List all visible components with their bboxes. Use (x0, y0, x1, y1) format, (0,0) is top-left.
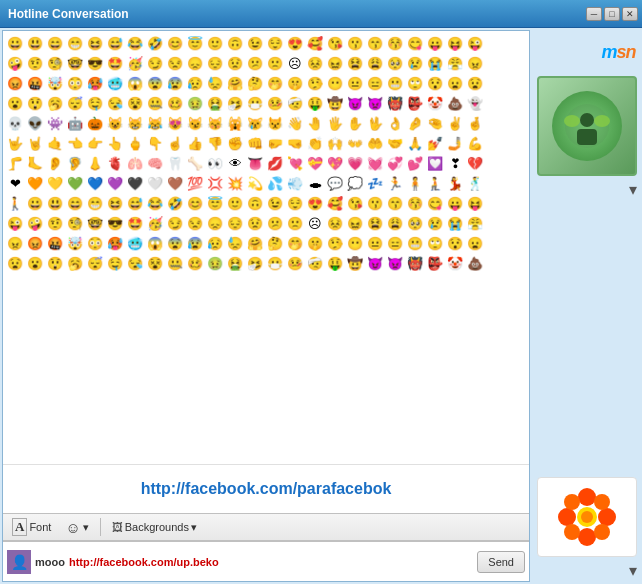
emoji-cell[interactable]: 🖤 (125, 173, 145, 193)
emoji-cell[interactable]: 🎃 (85, 113, 105, 133)
emoji-cell[interactable]: 🤩 (125, 213, 145, 233)
emoji-cell[interactable]: 😖 (325, 53, 345, 73)
emoji-cell[interactable]: 😱 (145, 233, 165, 253)
emoji-cell[interactable]: 😝 (465, 193, 485, 213)
emoji-cell[interactable]: 🙄 (425, 233, 445, 253)
emoji-cell[interactable]: 🤨 (45, 213, 65, 233)
emoji-cell[interactable]: 🤣 (145, 33, 165, 53)
emoji-cell[interactable]: 😊 (185, 193, 205, 213)
emoji-cell[interactable]: 🤏 (425, 113, 445, 133)
emoji-cell[interactable]: 😖 (345, 213, 365, 233)
emoji-cell[interactable]: 👐 (345, 133, 365, 153)
emoji-cell[interactable]: 😄 (65, 193, 85, 213)
emoji-cell[interactable]: 😡 (25, 233, 45, 253)
emoji-cell[interactable]: 🙁 (285, 213, 305, 233)
emoji-cell[interactable]: 😚 (405, 193, 425, 213)
emoji-cell[interactable]: 😌 (265, 33, 285, 53)
emoji-cell[interactable]: 💟 (425, 153, 445, 173)
emoji-cell[interactable]: 😤 (445, 53, 465, 73)
emoji-cell[interactable]: 🤜 (285, 133, 305, 153)
emoji-cell[interactable]: 😒 (185, 213, 205, 233)
emoji-cell[interactable]: 😁 (85, 193, 105, 213)
emoji-cell[interactable]: 🤐 (165, 253, 185, 273)
emoji-cell[interactable]: 💥 (225, 173, 245, 193)
emoji-cell[interactable]: 👏 (305, 133, 325, 153)
emoji-cell[interactable]: 😫 (365, 213, 385, 233)
emoji-cell[interactable]: 😵 (125, 93, 145, 113)
emoji-cell[interactable]: 🤧 (225, 93, 245, 113)
emoji-cell[interactable]: 👁 (225, 153, 245, 173)
emoji-cell[interactable]: 💚 (65, 173, 85, 193)
emoji-cell[interactable]: 🙃 (245, 193, 265, 213)
emoji-cell[interactable]: 🤥 (305, 73, 325, 93)
emoji-cell[interactable]: 🤮 (225, 253, 245, 273)
emoji-cell[interactable]: 👍 (185, 133, 205, 153)
emoji-cell[interactable]: 😗 (365, 193, 385, 213)
emoji-cell[interactable]: 💖 (325, 153, 345, 173)
emoji-cell[interactable]: 🤫 (285, 73, 305, 93)
emoji-cell[interactable]: 😊 (165, 33, 185, 53)
emoji-cell[interactable]: 🦷 (165, 153, 185, 173)
emoji-cell[interactable]: 😐 (365, 233, 385, 253)
emoji-cell[interactable]: 👻 (465, 93, 485, 113)
emoji-cell[interactable]: 😠 (5, 233, 25, 253)
emoji-cell[interactable]: 😧 (5, 253, 25, 273)
emoji-cell[interactable]: 👺 (405, 93, 425, 113)
emoji-cell[interactable]: 🤑 (305, 93, 325, 113)
emoji-cell[interactable]: 💦 (265, 173, 285, 193)
emoji-cell[interactable]: 💃 (445, 173, 465, 193)
emoji-cell[interactable]: 😨 (145, 73, 165, 93)
emoji-cell[interactable]: 😛 (425, 33, 445, 53)
emoji-cell[interactable]: 🤠 (325, 93, 345, 113)
emoji-cell[interactable]: 🥳 (125, 53, 145, 73)
emoji-cell[interactable]: 😥 (185, 73, 205, 93)
emoji-cell[interactable]: 😋 (405, 33, 425, 53)
emoji-cell[interactable]: 💨 (285, 173, 305, 193)
emoji-cell[interactable]: 🫁 (125, 153, 145, 173)
emoji-cell[interactable]: 🕳 (305, 173, 325, 193)
emoji-cell[interactable]: 👌 (385, 113, 405, 133)
emoji-cell[interactable]: 🥵 (105, 233, 125, 253)
emoji-cell[interactable]: 😯 (425, 73, 445, 93)
emoji-cell[interactable]: 😑 (365, 73, 385, 93)
emoji-cell[interactable]: 😆 (105, 193, 125, 213)
emoji-cell[interactable]: 😲 (45, 253, 65, 273)
emoji-cell[interactable]: 🤒 (285, 253, 305, 273)
emoji-cell[interactable]: 🤡 (445, 253, 465, 273)
emoji-cell[interactable]: 😿 (245, 113, 265, 133)
emoji-cell[interactable]: 💘 (285, 153, 305, 173)
emoji-cell[interactable]: 😽 (205, 113, 225, 133)
emoji-cell[interactable]: 💩 (445, 93, 465, 113)
emoji-cell[interactable]: 😇 (185, 33, 205, 53)
emoji-cell[interactable]: 💕 (405, 153, 425, 173)
emoji-cell[interactable]: 😮 (5, 93, 25, 113)
emoji-cell[interactable]: 😍 (285, 33, 305, 53)
emoji-cell[interactable]: 🤲 (365, 133, 385, 153)
emoji-cell[interactable]: 🤍 (145, 173, 165, 193)
emoji-cell[interactable]: 🦵 (5, 153, 25, 173)
emoji-cell[interactable]: 😾 (265, 113, 285, 133)
emoji-cell[interactable]: 🙄 (405, 73, 425, 93)
emoji-cell[interactable]: 🥶 (105, 73, 125, 93)
emoji-cell[interactable]: 😹 (145, 113, 165, 133)
emoji-cell[interactable]: 🙂 (205, 33, 225, 53)
emoji-cell[interactable]: 👉 (85, 133, 105, 153)
emoji-cell[interactable]: 🤨 (25, 53, 45, 73)
emoji-cell[interactable]: 😟 (245, 213, 265, 233)
emoji-cell[interactable]: 🤢 (185, 93, 205, 113)
emoji-cell[interactable]: 💅 (425, 133, 445, 153)
close-button[interactable]: ✕ (622, 7, 638, 21)
emoji-cell[interactable]: 🤓 (65, 53, 85, 73)
emoji-cell[interactable]: 💩 (465, 253, 485, 273)
emoji-cell[interactable]: 😯 (445, 233, 465, 253)
emoji-cell[interactable]: 😓 (205, 73, 225, 93)
emoji-cell[interactable]: 😦 (445, 73, 465, 93)
emoji-cell[interactable]: 👈 (65, 133, 85, 153)
emoji-cell[interactable]: 💯 (185, 173, 205, 193)
emoji-cell[interactable]: 🙃 (225, 33, 245, 53)
emoji-cell[interactable]: 🥴 (185, 253, 205, 273)
emoji-cell[interactable]: 🙏 (405, 133, 425, 153)
emoji-cell[interactable]: 🤎 (165, 173, 185, 193)
emoji-cell[interactable]: 🚶 (5, 193, 25, 213)
emoji-cell[interactable]: 🥴 (165, 93, 185, 113)
